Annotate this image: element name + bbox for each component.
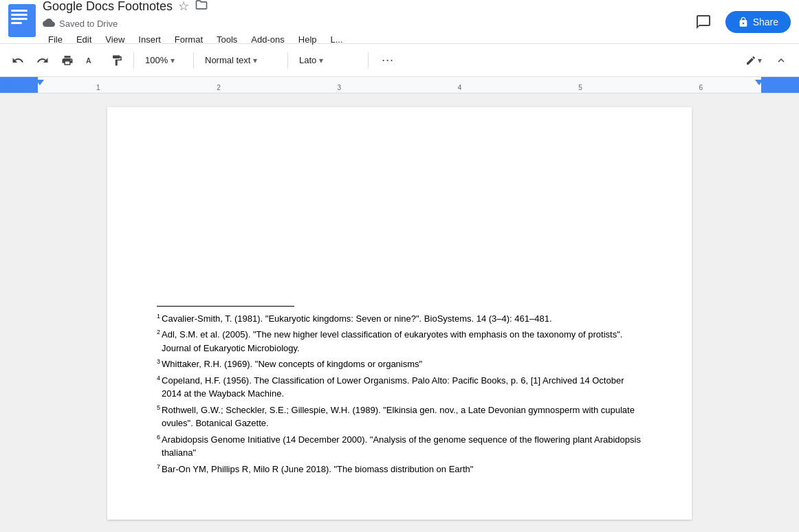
footnote-7: 7 Bar-On YM, Phillips R, Milo R (June 20… <box>157 463 642 476</box>
footnote-text-4: Copeland, H.F. (1956). The Classificatio… <box>162 374 642 401</box>
ruler: ◀ 1 2 3 4 5 6 ▶ <box>0 77 799 93</box>
menu-addons[interactable]: Add-ons <box>245 33 289 46</box>
footnote-separator <box>157 306 294 307</box>
cloud-icon <box>43 16 55 32</box>
redo-button[interactable] <box>32 49 54 71</box>
print-button[interactable] <box>56 49 78 71</box>
footnote-text-6: Arabidopsis Genome Initiative (14 Decemb… <box>162 433 642 460</box>
edit-mode-dropdown-arrow: ▾ <box>758 56 762 65</box>
footnote-num-5: 5 <box>157 405 160 430</box>
share-button[interactable]: Share <box>725 11 791 33</box>
ruler-mark-1: 1 <box>96 84 100 91</box>
collapse-toolbar-button[interactable] <box>770 49 792 71</box>
ruler-right-arrow: ▶ <box>789 80 796 91</box>
ruler-right-indent[interactable] <box>755 80 763 85</box>
footnote-text-5: Rothwell, G.W.; Scheckler, S.E.; Gillesp… <box>162 403 642 430</box>
footnote-text-2: Adl, S.M. et al. (2005). "The new higher… <box>162 328 642 355</box>
footnote-4: 4 Copeland, H.F. (1956). The Classificat… <box>157 374 642 401</box>
share-label: Share <box>753 16 778 27</box>
toolbar-separator-2 <box>193 52 194 69</box>
ruler-marks: 1 2 3 4 5 6 <box>38 77 761 93</box>
footnote-5: 5 Rothwell, G.W.; Scheckler, S.E.; Gille… <box>157 403 642 430</box>
font-value: Lato <box>299 55 316 65</box>
footnote-text-1: Cavalier-Smith, T. (1981). "Eukaryotic k… <box>162 312 642 326</box>
text-style-value: Normal text <box>205 55 250 65</box>
title-section: Google Docs Footnotes ☆ Saved to Drive F… <box>43 0 683 46</box>
menu-help[interactable]: Help <box>293 33 322 46</box>
footnote-num-7: 7 <box>157 464 160 476</box>
footnote-num-4: 4 <box>157 375 160 401</box>
edit-mode-button[interactable]: ▾ <box>740 49 767 71</box>
saved-to-drive-text: Saved to Drive <box>59 19 118 29</box>
right-controls: Share <box>690 8 791 36</box>
menu-format[interactable]: Format <box>169 33 208 46</box>
doc-area[interactable]: 1 Cavalier-Smith, T. (1981). "Eukaryotic… <box>0 93 799 532</box>
doc-title-row: Google Docs Footnotes ☆ <box>43 0 683 15</box>
zoom-selector[interactable]: 100% ▾ <box>140 52 188 68</box>
footnote-3: 3 Whittaker, R.H. (1969). "New concepts … <box>157 357 642 371</box>
menu-insert[interactable]: Insert <box>133 33 166 46</box>
font-dropdown-arrow: ▾ <box>319 56 323 65</box>
ruler-mark-6: 6 <box>699 84 703 91</box>
footnote-num-6: 6 <box>157 434 160 460</box>
top-bar: Google Docs Footnotes ☆ Saved to Drive F… <box>0 0 799 44</box>
toolbar: A 100% ▾ Normal text ▾ Lato ▾ ··· ▾ <box>0 44 799 77</box>
footnote-2: 2 Adl, S.M. et al. (2005). "The new high… <box>157 328 642 355</box>
svg-rect-2 <box>11 14 28 16</box>
footnote-num-1: 1 <box>157 313 160 326</box>
ruler-mark-2: 2 <box>217 84 221 91</box>
toolbar-separator-3 <box>287 52 288 69</box>
menu-view[interactable]: View <box>100 33 130 46</box>
menu-file[interactable]: File <box>43 33 68 46</box>
text-style-selector[interactable]: Normal text ▾ <box>199 52 282 68</box>
toolbar-separator-1 <box>133 52 134 69</box>
footnote-1: 1 Cavalier-Smith, T. (1981). "Eukaryotic… <box>157 312 642 326</box>
paint-format-button[interactable] <box>106 49 128 71</box>
page[interactable]: 1 Cavalier-Smith, T. (1981). "Eukaryotic… <box>107 107 692 520</box>
ruler-mark-5: 5 <box>578 84 582 91</box>
more-options-button[interactable]: ··· <box>374 49 402 71</box>
zoom-value: 100% <box>145 55 168 65</box>
svg-rect-0 <box>8 4 36 37</box>
svg-text:A: A <box>86 56 91 64</box>
footnote-6: 6 Arabidopsis Genome Initiative (14 Dece… <box>157 433 642 460</box>
docs-logo <box>8 4 36 40</box>
doc-title[interactable]: Google Docs Footnotes <box>43 0 173 14</box>
menu-edit[interactable]: Edit <box>71 33 97 46</box>
footnote-num-3: 3 <box>157 359 160 371</box>
menu-tools[interactable]: Tools <box>211 33 243 46</box>
svg-rect-3 <box>11 18 28 20</box>
menu-row: File Edit View Insert Format Tools Add-o… <box>43 33 683 46</box>
star-icon[interactable]: ☆ <box>178 0 189 14</box>
font-selector[interactable]: Lato ▾ <box>294 52 362 68</box>
undo-button[interactable] <box>7 49 29 71</box>
saved-row: Saved to Drive <box>43 16 683 32</box>
zoom-dropdown-arrow: ▾ <box>171 56 175 65</box>
spell-check-button[interactable]: A <box>81 49 103 71</box>
comments-button[interactable] <box>690 8 717 36</box>
footnote-text-3: Whittaker, R.H. (1969). "New concepts of… <box>162 357 642 371</box>
lock-icon <box>738 16 749 27</box>
svg-rect-1 <box>11 10 28 12</box>
svg-rect-4 <box>11 22 22 24</box>
menu-last-edit[interactable]: L... <box>325 33 349 46</box>
toolbar-separator-4 <box>368 52 369 69</box>
page-content: 1 Cavalier-Smith, T. (1981). "Eukaryotic… <box>157 148 642 478</box>
folder-icon[interactable] <box>195 0 208 15</box>
ruler-left-arrow: ◀ <box>3 80 10 91</box>
ruler-content: ◀ 1 2 3 4 5 6 ▶ <box>0 77 799 93</box>
ruler-mark-3: 3 <box>338 84 342 91</box>
footnote-text-7: Bar-On YM, Phillips R, Milo R (June 2018… <box>162 463 642 476</box>
text-style-dropdown-arrow: ▾ <box>253 56 257 65</box>
ruler-mark-4: 4 <box>458 84 462 91</box>
footnote-num-2: 2 <box>157 329 160 355</box>
